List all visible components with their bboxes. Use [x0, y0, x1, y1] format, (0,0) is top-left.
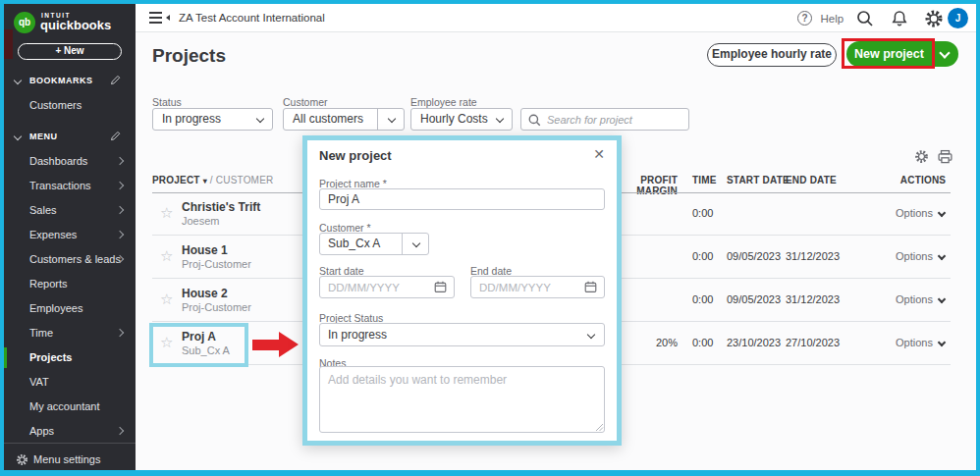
chevron-down-icon	[14, 132, 22, 140]
chevron-down-icon	[412, 239, 420, 247]
menu-settings-button[interactable]: Menu settings	[4, 448, 136, 472]
sidebar-item-transactions[interactable]: Transactions	[4, 174, 136, 198]
search-input[interactable]	[547, 110, 684, 129]
calendar-icon	[584, 281, 597, 293]
end-date-cell: 27/10/2023	[786, 337, 840, 348]
customer-dropdown[interactable]: Sub_Cx A	[319, 233, 429, 255]
end-date-cell: 31/12/2023	[786, 250, 840, 262]
sidebar-red-marker	[4, 29, 13, 59]
sidebar-item-sales[interactable]: Sales	[4, 198, 136, 223]
sidebar-item-dashboards[interactable]: Dashboards	[4, 149, 136, 174]
project-customer: Proj-Customer	[182, 258, 251, 270]
customer-filter-dropdown[interactable]: All customers	[283, 108, 405, 131]
notes-field[interactable]	[319, 366, 605, 433]
sidebar-item-vat[interactable]: VAT	[4, 370, 136, 395]
sidebar-item-projects[interactable]: Projects	[4, 345, 136, 370]
star-icon[interactable]: ☆	[160, 291, 173, 308]
time-cell: 0:00	[692, 207, 713, 219]
account-name: ZA Test Account International	[179, 12, 325, 24]
employee-rate-filter-dropdown[interactable]: Hourly Costs	[410, 108, 513, 131]
project-name-link[interactable]: Christie's Trift	[182, 200, 260, 214]
time-cell: 0:00	[692, 337, 713, 348]
start-date-field[interactable]	[319, 276, 455, 298]
sort-desc-icon: ▾	[203, 177, 207, 185]
status-filter-label: Status	[152, 96, 182, 108]
options-button[interactable]: Options	[896, 207, 951, 219]
new-project-dropdown-button[interactable]	[934, 41, 958, 67]
project-customer: Proj-Customer	[182, 301, 251, 313]
start-date-cell: 09/05/2023	[727, 250, 781, 262]
page-title: Projects	[152, 45, 226, 67]
options-button[interactable]: Options	[896, 250, 951, 262]
sidebar: qb INTUIT quickbooks + New BOOKMARKS Cus…	[4, 4, 136, 470]
sidebar-item-my-accountant[interactable]: My accountant	[4, 395, 136, 419]
collapse-menu-icon[interactable]	[149, 11, 171, 25]
employee-hourly-rate-button[interactable]: Employee hourly rate	[707, 43, 837, 67]
sidebar-item-expenses[interactable]: Expenses	[4, 223, 136, 247]
end-date-field[interactable]	[470, 276, 605, 298]
gear-icon	[16, 453, 28, 466]
edit-pencil-icon[interactable]	[109, 130, 122, 142]
sidebar-divider	[4, 443, 136, 444]
help-icon: ?	[797, 11, 812, 26]
new-project-split-button: New project	[846, 41, 958, 67]
quickbooks-logo-icon: qb	[14, 12, 35, 33]
chevron-down-icon	[14, 77, 22, 84]
project-name-field[interactable]	[319, 188, 605, 210]
new-project-dialog: New project ✕ Project name * Customer * …	[302, 135, 622, 446]
chevron-down-icon	[939, 47, 950, 58]
chevron-right-icon	[116, 231, 124, 238]
close-icon[interactable]: ✕	[593, 147, 605, 161]
project-name-link[interactable]: House 1	[182, 243, 228, 257]
options-button[interactable]: Options	[896, 337, 951, 348]
chevron-right-icon	[116, 157, 124, 165]
app-window: qb INTUIT quickbooks + New BOOKMARKS Cus…	[0, 0, 980, 476]
chevron-down-icon	[256, 115, 264, 123]
column-header-actions: ACTIONS	[896, 175, 951, 185]
bell-icon[interactable]	[890, 9, 909, 28]
chevron-right-icon	[116, 182, 124, 189]
calendar-icon	[434, 281, 447, 293]
search-icon[interactable]	[855, 9, 875, 28]
sidebar-item-customers-leads[interactable]: Customers & leads	[4, 247, 136, 272]
table-settings-gear-icon[interactable]	[914, 149, 929, 164]
column-header-project[interactable]: PROJECT ▾ / CUSTOMER	[152, 175, 273, 185]
topbar: ZA Test Account International ? Help J	[136, 4, 976, 32]
chevron-down-icon	[938, 295, 946, 303]
edit-pencil-icon[interactable]	[109, 74, 122, 86]
chevron-down-icon	[938, 252, 946, 260]
help-button[interactable]: ? Help	[797, 9, 844, 28]
new-project-button[interactable]: New project	[846, 41, 933, 67]
sidebar-item-employees[interactable]: Employees	[4, 296, 136, 321]
project-name-link[interactable]: Proj A	[182, 330, 216, 344]
start-date-cell: 09/05/2023	[727, 293, 781, 305]
sidebar-item-customers[interactable]: Customers	[4, 97, 136, 115]
menu-section-header[interactable]: MENU	[4, 129, 136, 146]
star-icon[interactable]: ☆	[160, 247, 173, 265]
star-icon[interactable]: ☆	[160, 334, 173, 351]
column-header-end-date: END DATE	[786, 175, 837, 185]
chevron-down-icon	[938, 209, 946, 217]
quickbooks-wordmark: quickbooks	[40, 18, 111, 32]
sidebar-item-time[interactable]: Time	[4, 321, 136, 345]
employee-rate-filter-label: Employee rate	[410, 96, 477, 108]
status-filter-dropdown[interactable]: In progress	[152, 108, 273, 131]
chevron-down-icon	[938, 339, 946, 346]
options-button[interactable]: Options	[896, 293, 951, 305]
chevron-down-icon	[587, 331, 595, 339]
sidebar-item-apps[interactable]: Apps	[4, 419, 136, 444]
star-icon[interactable]: ☆	[160, 204, 173, 222]
end-date-cell: 31/12/2023	[786, 293, 840, 305]
bookmarks-section-header[interactable]: BOOKMARKS	[4, 73, 136, 90]
search-icon	[527, 113, 542, 128]
project-status-dropdown[interactable]: In progress	[319, 323, 605, 346]
sidebar-item-reports[interactable]: Reports	[4, 272, 136, 296]
new-button[interactable]: + New	[18, 43, 122, 60]
print-icon[interactable]	[937, 149, 953, 165]
avatar[interactable]: J	[948, 8, 968, 28]
project-name-link[interactable]: House 2	[182, 287, 228, 300]
start-date-cell: 23/10/2023	[727, 337, 781, 348]
project-customer: Joesem	[182, 215, 220, 227]
dialog-title: New project	[319, 148, 392, 163]
gear-icon[interactable]	[924, 9, 944, 28]
